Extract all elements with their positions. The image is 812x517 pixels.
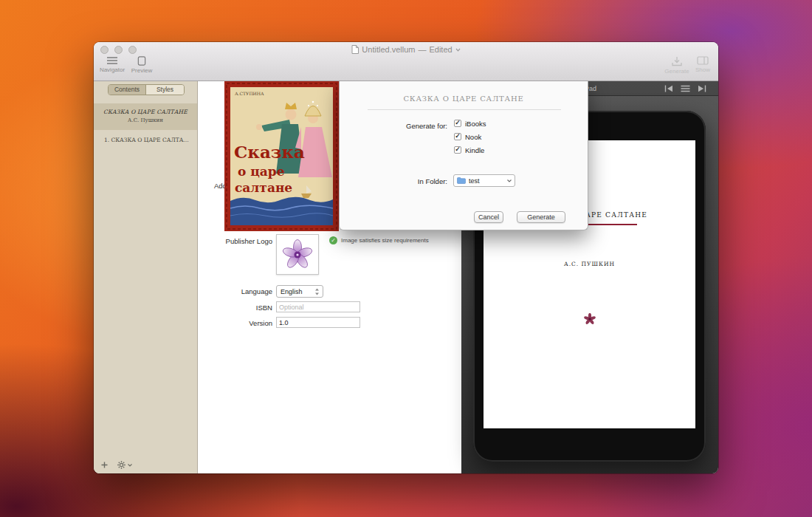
kindle-label: Kindle — [465, 146, 484, 154]
publisher-logo-well[interactable] — [276, 234, 319, 275]
generate-for-label: Generate for: — [353, 122, 447, 130]
ibooks-label: iBooks — [465, 120, 486, 128]
image-status-text: Image satisfies size requirements — [341, 237, 429, 244]
publisher-logo-label: Publisher Logo — [204, 237, 272, 245]
cancel-button[interactable]: Cancel — [474, 211, 503, 223]
book-cover-image: А.СТУПИНА Сказка о царе салтане — [224, 81, 339, 231]
image-ok-check-icon: ✓ — [329, 236, 337, 244]
desktop-wallpaper: Untitled.vellum — Edited Navigator Previ… — [0, 0, 812, 517]
sidebar-bottom-bar — [101, 461, 132, 469]
sidebar-book-item[interactable]: СКАЗКА О ЦАРЕ САЛТАНЕ А.С. Пушкин — [94, 103, 197, 130]
document-proxy-icon — [351, 45, 359, 54]
preview-label: Preview — [131, 67, 152, 74]
platform-row-nook: ✓ Nook — [454, 132, 481, 141]
orchid-logo-image — [281, 238, 314, 272]
book-cover-well[interactable]: А.СТУПИНА Сказка о царе салтане — [224, 81, 339, 230]
ibooks-checkbox[interactable]: ✓ — [454, 120, 461, 127]
navigator-icon — [106, 56, 118, 65]
sidebar-tab-switcher: Contents Styles — [108, 84, 185, 95]
kindle-checkbox[interactable]: ✓ — [454, 146, 461, 154]
generate-label: Generate — [664, 68, 689, 75]
version-label: Version — [204, 319, 272, 327]
preview-transport-controls — [664, 85, 706, 92]
popup-chevron-icon — [507, 179, 512, 182]
window-title-separator: — — [418, 45, 426, 54]
title-menu-chevron-icon[interactable] — [455, 48, 461, 52]
toolbar-preview-button[interactable]: Preview — [127, 56, 156, 74]
vellum-window: Untitled.vellum — Edited Navigator Previ… — [94, 42, 718, 473]
dialog-title-divider — [368, 109, 561, 110]
in-folder-label: In Folder: — [353, 177, 447, 185]
go-last-page-icon[interactable] — [698, 85, 706, 92]
sidebar-book-author: А.С. Пушкин — [94, 117, 197, 123]
folder-value: test — [469, 177, 504, 185]
publisher-logo-mark-icon — [584, 313, 596, 325]
generate-button[interactable]: Generate — [517, 211, 565, 223]
toolbar-navigator-button[interactable]: Navigator — [97, 56, 128, 73]
sidebar-book-title: СКАЗКА О ЦАРЕ САЛТАНЕ — [94, 109, 197, 115]
sidebar-chapter-item[interactable]: 1. СКАЗКА О ЦАРЕ САЛТА… — [94, 134, 197, 145]
language-popup[interactable]: English — [276, 285, 323, 298]
dialog-book-title: СКАЗКА О ЦАРЕ САЛТАНЕ — [340, 95, 588, 103]
isbn-input[interactable] — [276, 301, 360, 312]
language-value: English — [281, 288, 314, 295]
output-folder-popup[interactable]: test — [453, 174, 515, 187]
sidebar-action-menu[interactable] — [117, 461, 132, 469]
language-label: Language — [204, 287, 272, 295]
window-title-text: Untitled.vellum — [362, 45, 415, 54]
folder-icon — [457, 177, 466, 184]
window-title: Untitled.vellum — Edited — [94, 44, 718, 55]
go-first-page-icon[interactable] — [664, 85, 673, 92]
cover-title-line1: Сказка — [234, 142, 305, 162]
nook-label: Nook — [465, 133, 481, 141]
platform-row-ibooks: ✓ iBooks — [454, 119, 486, 128]
chevron-down-icon — [128, 464, 132, 467]
page-list-icon[interactable] — [681, 85, 690, 92]
preview-page-author: А.С. ПУШКИН — [484, 261, 695, 267]
generate-dialog: СКАЗКА О ЦАРЕ САЛТАНЕ Generate for: ✓ iB… — [339, 81, 588, 230]
contents-sidebar: Contents Styles СКАЗКА О ЦАРЕ САЛТАНЕ А.… — [94, 81, 198, 473]
toolbar-show-button: Show — [688, 56, 718, 73]
preview-icon — [137, 56, 146, 66]
navigator-label: Navigator — [100, 66, 125, 73]
window-chrome: Untitled.vellum — Edited Navigator Previ… — [94, 42, 718, 81]
nook-checkbox[interactable]: ✓ — [454, 133, 461, 140]
isbn-label: ISBN — [204, 304, 272, 312]
cover-artist-text: А.СТУПИНА — [235, 91, 264, 96]
tab-contents[interactable]: Contents — [109, 85, 146, 95]
version-input[interactable] — [276, 317, 360, 328]
show-panel-icon — [697, 56, 709, 65]
cover-title-line2: о царе — [238, 164, 285, 179]
gear-icon — [117, 461, 125, 469]
add-chapter-icon[interactable] — [101, 462, 108, 468]
generate-export-icon — [671, 56, 683, 66]
window-edited-label[interactable]: Edited — [429, 45, 452, 54]
popup-stepper-icon — [314, 288, 320, 295]
show-label: Show — [695, 66, 710, 73]
platform-row-kindle: ✓ Kindle — [454, 145, 484, 154]
tab-styles[interactable]: Styles — [146, 85, 184, 95]
cover-title-line3: салтане — [235, 180, 292, 195]
